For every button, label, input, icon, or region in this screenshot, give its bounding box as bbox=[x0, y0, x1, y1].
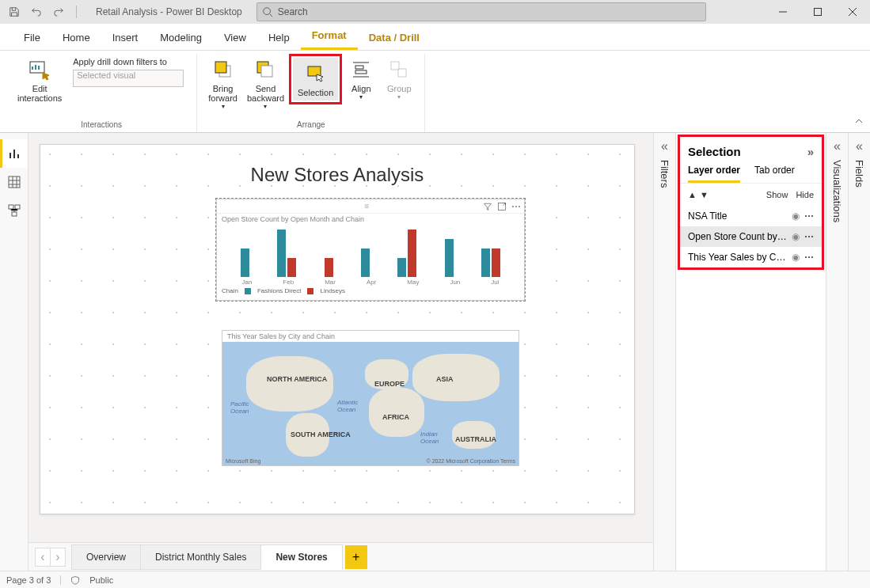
move-down-icon[interactable]: ▼ bbox=[700, 190, 709, 199]
bring-forward-icon bbox=[211, 57, 236, 82]
search-input[interactable]: Search bbox=[256, 2, 706, 21]
group-button[interactable]: Group▾ bbox=[380, 54, 418, 104]
send-backward-icon bbox=[253, 57, 278, 82]
map-body: NORTH AMERICA EUROPE ASIA AFRICA SOUTH A… bbox=[222, 342, 519, 465]
bring-forward-button[interactable]: Bring forward▾ bbox=[203, 54, 242, 113]
chevron-left-icon: « bbox=[834, 139, 841, 154]
move-up-icon[interactable]: ▲ bbox=[688, 190, 697, 199]
redo-icon[interactable] bbox=[51, 4, 66, 20]
selection-pane-close-icon[interactable]: » bbox=[807, 145, 814, 158]
svg-point-0 bbox=[264, 8, 271, 15]
status-sensitivity: Public bbox=[89, 575, 113, 585]
edit-interactions-button[interactable]: Edit interactions bbox=[13, 54, 66, 106]
selection-item-this-year-sales[interactable]: This Year Sales by City... ◉ ⋯ bbox=[680, 247, 822, 267]
visualizations-pane-collapsed[interactable]: « Visualizations bbox=[826, 133, 848, 571]
svg-rect-9 bbox=[355, 70, 367, 74]
tab-help[interactable]: Help bbox=[257, 25, 301, 50]
tab-insert[interactable]: Insert bbox=[101, 25, 150, 50]
close-button[interactable] bbox=[835, 0, 870, 24]
drag-handle-icon[interactable]: ≡ bbox=[364, 202, 369, 211]
fields-pane-collapsed[interactable]: « Fields bbox=[848, 133, 870, 571]
undo-icon[interactable] bbox=[28, 4, 44, 20]
svg-rect-12 bbox=[9, 176, 20, 188]
svg-rect-13 bbox=[9, 205, 13, 209]
tab-order-tab[interactable]: Tab order bbox=[754, 165, 795, 183]
chart-visual[interactable]: ≡ ⋯ Open Store Count by Open Month and C… bbox=[216, 199, 525, 301]
minimize-button[interactable] bbox=[766, 0, 800, 24]
visibility-icon[interactable]: ◉ bbox=[792, 211, 800, 222]
chart-legend: Chain Fashions Direct Lindseys bbox=[217, 286, 524, 296]
visibility-icon[interactable]: ◉ bbox=[792, 231, 800, 242]
chart-x-axis: JanFebMarAprMayJunJul bbox=[217, 277, 524, 286]
view-rail bbox=[0, 133, 28, 571]
maximize-button[interactable] bbox=[800, 0, 835, 24]
align-button[interactable]: Align▾ bbox=[342, 54, 380, 104]
chevron-left-icon: « bbox=[661, 139, 668, 154]
show-button[interactable]: Show bbox=[766, 190, 788, 199]
page-tab-district[interactable]: District Monthly Sales bbox=[140, 544, 261, 570]
app-title: Retail Analysis - Power BI Desktop bbox=[96, 6, 242, 17]
svg-rect-7 bbox=[308, 66, 321, 76]
data-view-button[interactable] bbox=[0, 168, 28, 196]
more-icon[interactable]: ⋯ bbox=[804, 211, 814, 222]
drill-filter-control: Apply drill down filters to Selected vis… bbox=[66, 54, 190, 90]
selection-pane: Selection » Layer order Tab order ▲ ▼ Sh… bbox=[675, 133, 826, 571]
group-icon bbox=[386, 57, 412, 82]
interactions-group-label: Interactions bbox=[81, 120, 122, 132]
chevron-left-icon: « bbox=[856, 139, 863, 154]
layer-order-tab[interactable]: Layer order bbox=[688, 165, 740, 183]
page-tab-new-stores[interactable]: New Stores bbox=[260, 544, 342, 570]
send-backward-button[interactable]: Send backward▾ bbox=[242, 54, 289, 113]
tab-format[interactable]: Format bbox=[301, 23, 358, 50]
tab-data-drill[interactable]: Data / Drill bbox=[358, 25, 431, 50]
svg-rect-15 bbox=[12, 212, 17, 216]
hide-button[interactable]: Hide bbox=[796, 190, 814, 199]
svg-rect-6 bbox=[261, 66, 272, 77]
edit-interactions-icon bbox=[27, 57, 52, 82]
save-icon[interactable] bbox=[6, 4, 22, 20]
tab-view[interactable]: View bbox=[213, 25, 257, 50]
ribbon-collapse-button[interactable] bbox=[854, 115, 864, 129]
model-view-button[interactable] bbox=[0, 196, 28, 225]
drill-filter-select[interactable]: Selected visual bbox=[73, 70, 184, 87]
visibility-icon[interactable]: ◉ bbox=[792, 252, 800, 263]
report-view-button[interactable] bbox=[0, 139, 28, 168]
tab-file[interactable]: File bbox=[13, 25, 51, 50]
tab-home[interactable]: Home bbox=[51, 25, 101, 50]
page-next-button[interactable]: › bbox=[50, 548, 66, 567]
focus-icon[interactable] bbox=[497, 202, 507, 211]
selection-button[interactable]: Selection bbox=[293, 58, 338, 101]
map-visual[interactable]: This Year Sales by City and Chain NORTH … bbox=[222, 330, 519, 466]
chart-plot-area bbox=[217, 225, 524, 277]
more-icon[interactable]: ⋯ bbox=[804, 252, 814, 263]
more-options-icon[interactable]: ⋯ bbox=[511, 201, 521, 212]
svg-rect-8 bbox=[355, 66, 363, 69]
page-tab-overview[interactable]: Overview bbox=[71, 544, 141, 570]
main-area: New Stores Analysis ≡ ⋯ Open Store Count… bbox=[0, 133, 870, 571]
arrange-group-label: Arrange bbox=[297, 120, 325, 132]
chart-title: Open Store Count by Open Month and Chain bbox=[217, 214, 524, 225]
selection-pane-title: Selection bbox=[688, 145, 741, 158]
page-tabs: ‹ › Overview District Monthly Sales New … bbox=[28, 542, 653, 571]
ribbon-tabs: File Home Insert Modeling View Help Form… bbox=[0, 24, 870, 51]
svg-rect-1 bbox=[815, 9, 822, 16]
map-title: This Year Sales by City and Chain bbox=[222, 331, 519, 342]
svg-rect-4 bbox=[215, 62, 226, 73]
page-prev-button[interactable]: ‹ bbox=[35, 548, 51, 567]
tab-modeling[interactable]: Modeling bbox=[149, 25, 213, 50]
selection-item-nsa-title[interactable]: NSA Title ◉ ⋯ bbox=[680, 206, 822, 226]
report-canvas[interactable]: New Stores Analysis ≡ ⋯ Open Store Count… bbox=[40, 144, 635, 514]
selection-icon bbox=[303, 61, 329, 86]
title-bar: Retail Analysis - Power BI Desktop Searc… bbox=[0, 0, 870, 24]
filter-icon[interactable] bbox=[483, 202, 492, 211]
status-bar: Page 3 of 3 Public bbox=[0, 571, 870, 588]
svg-rect-14 bbox=[15, 205, 20, 209]
selection-item-open-store[interactable]: Open Store Count by ... ◉ ⋯ bbox=[680, 226, 822, 247]
search-icon bbox=[262, 6, 273, 17]
more-icon[interactable]: ⋯ bbox=[804, 231, 814, 242]
align-icon bbox=[348, 57, 374, 82]
ribbon: Edit interactions Apply drill down filte… bbox=[0, 51, 870, 133]
filters-pane-collapsed[interactable]: « Filters bbox=[653, 133, 675, 571]
page-title: New Stores Analysis bbox=[40, 164, 634, 186]
add-page-button[interactable]: + bbox=[345, 545, 367, 569]
